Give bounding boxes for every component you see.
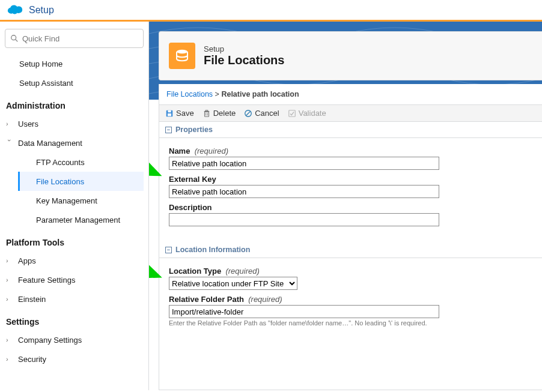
app-name: Setup bbox=[29, 5, 54, 16]
location-type-label: Location Type (required) bbox=[169, 267, 260, 276]
validate-label: Validate bbox=[299, 109, 326, 118]
section-title: Location Information bbox=[175, 246, 250, 254]
svg-rect-4 bbox=[168, 110, 171, 112]
section-title: Properties bbox=[175, 125, 213, 134]
save-button[interactable]: Save bbox=[165, 109, 194, 118]
crumb-sep: > bbox=[215, 90, 219, 98]
chevron-right-icon: › bbox=[6, 295, 13, 303]
cancel-label: Cancel bbox=[255, 109, 279, 118]
collapse-icon: − bbox=[165, 247, 172, 253]
svg-line-15 bbox=[149, 247, 152, 274]
field-description: Description bbox=[169, 203, 532, 226]
nav-label: Feature Settings bbox=[18, 276, 75, 285]
field-relative-folder-path: Relative Folder Path (required) Enter th… bbox=[169, 295, 532, 327]
nav-item-einstein[interactable]: ›Einstein bbox=[5, 289, 144, 309]
relative-path-input[interactable] bbox=[169, 305, 439, 318]
nav-sub-data-management: FTP Accounts File Locations Key Manageme… bbox=[5, 152, 144, 229]
save-label: Save bbox=[176, 109, 194, 118]
chevron-right-icon: › bbox=[6, 257, 13, 264]
relative-path-label: Relative Folder Path (required) bbox=[169, 295, 282, 304]
header-eyebrow: Setup bbox=[204, 44, 284, 53]
svg-rect-8 bbox=[206, 110, 208, 111]
cancel-button[interactable]: Cancel bbox=[244, 109, 279, 118]
description-input[interactable] bbox=[169, 213, 439, 226]
svg-point-0 bbox=[11, 35, 16, 40]
sidebar: Setup Home Setup Assistant Administratio… bbox=[0, 22, 149, 390]
nav-section-settings: Settings bbox=[5, 309, 144, 330]
field-external-key: External Key bbox=[169, 175, 532, 198]
quick-find-input[interactable] bbox=[22, 34, 138, 43]
chevron-right-icon: › bbox=[6, 355, 13, 363]
crumb-root-link[interactable]: File Locations bbox=[166, 90, 213, 98]
nav-section-platform-tools: Platform Tools bbox=[5, 229, 144, 251]
location-type-select[interactable]: Relative location under FTP Site bbox=[169, 277, 297, 290]
nav-section-administration: Administration bbox=[5, 92, 144, 114]
action-toolbar: Save Delete Cancel Validate bbox=[159, 105, 542, 122]
nav-item-feature-settings[interactable]: ›Feature Settings bbox=[5, 270, 144, 289]
properties-form: Name (required) External Key Description bbox=[159, 138, 542, 242]
validate-button: Validate bbox=[288, 109, 326, 118]
svg-rect-6 bbox=[204, 112, 209, 116]
section-location-info-header[interactable]: − Location Information bbox=[159, 242, 542, 258]
delete-label: Delete bbox=[213, 109, 236, 118]
chevron-down-icon: › bbox=[6, 139, 13, 146]
nav-leaf-parameter-management[interactable]: Parameter Management bbox=[18, 210, 144, 229]
app-header: Setup bbox=[0, 0, 542, 22]
svg-point-2 bbox=[177, 50, 187, 53]
nav-item-apps[interactable]: ›Apps bbox=[5, 251, 144, 270]
svg-rect-13 bbox=[288, 110, 295, 116]
nav-label: Einstein bbox=[18, 295, 46, 304]
nav-leaf-file-locations[interactable]: File Locations bbox=[18, 172, 144, 191]
field-name: Name (required) bbox=[169, 146, 532, 170]
chevron-right-icon: › bbox=[6, 120, 13, 127]
nav-label: Apps bbox=[18, 256, 36, 265]
svg-line-1 bbox=[16, 40, 18, 42]
quick-find-wrapper[interactable] bbox=[5, 29, 144, 48]
file-locations-icon bbox=[169, 43, 195, 69]
nav-leaf-key-management[interactable]: Key Management bbox=[18, 191, 144, 210]
check-icon bbox=[288, 109, 296, 118]
name-label: Name (required) bbox=[169, 146, 228, 155]
search-icon bbox=[10, 34, 19, 43]
trash-icon bbox=[202, 109, 211, 118]
relative-path-hint: Enter the Relative Folder Path as "folde… bbox=[169, 319, 532, 327]
breadcrumb: File Locations > Relative path location bbox=[159, 84, 542, 105]
name-input[interactable] bbox=[169, 157, 439, 170]
save-icon bbox=[165, 109, 174, 118]
main-panel: Setup File Locations File Locations > Re… bbox=[149, 22, 542, 390]
chevron-right-icon: › bbox=[6, 336, 13, 343]
section-properties-header[interactable]: − Properties bbox=[159, 122, 542, 138]
nav-label: Users bbox=[18, 119, 38, 128]
svg-line-12 bbox=[246, 111, 251, 115]
nav-label: Company Settings bbox=[18, 336, 82, 345]
collapse-icon: − bbox=[165, 127, 172, 133]
nav-setup-home[interactable]: Setup Home bbox=[5, 54, 144, 73]
svg-rect-5 bbox=[168, 113, 171, 116]
nav-label: Data Management bbox=[18, 139, 82, 148]
nav-item-security[interactable]: ›Security bbox=[5, 349, 144, 369]
nav-setup-assistant[interactable]: Setup Assistant bbox=[5, 73, 144, 92]
external-key-label: External Key bbox=[169, 175, 216, 184]
external-key-input[interactable] bbox=[169, 185, 439, 198]
description-label: Description bbox=[169, 203, 212, 212]
cancel-icon bbox=[244, 109, 252, 118]
salesforce-cloud-icon bbox=[6, 4, 24, 16]
page-header-card: Setup File Locations bbox=[159, 31, 542, 80]
chevron-right-icon: › bbox=[6, 276, 13, 283]
content-panel: File Locations > Relative path location … bbox=[159, 84, 542, 390]
nav-label: Security bbox=[18, 355, 46, 364]
field-location-type: Location Type (required) Relative locati… bbox=[169, 267, 532, 290]
crumb-current: Relative path location bbox=[221, 90, 299, 98]
nav-item-users[interactable]: › Users bbox=[5, 114, 144, 133]
svg-line-14 bbox=[149, 142, 152, 172]
delete-button[interactable]: Delete bbox=[202, 109, 236, 118]
page-title: File Locations bbox=[204, 53, 284, 67]
nav-item-data-management[interactable]: › Data Management bbox=[5, 133, 144, 152]
nav-leaf-ftp-accounts[interactable]: FTP Accounts bbox=[18, 152, 144, 172]
nav-item-company-settings[interactable]: ›Company Settings bbox=[5, 330, 144, 349]
location-info-form: Location Type (required) Relative locati… bbox=[159, 258, 542, 342]
